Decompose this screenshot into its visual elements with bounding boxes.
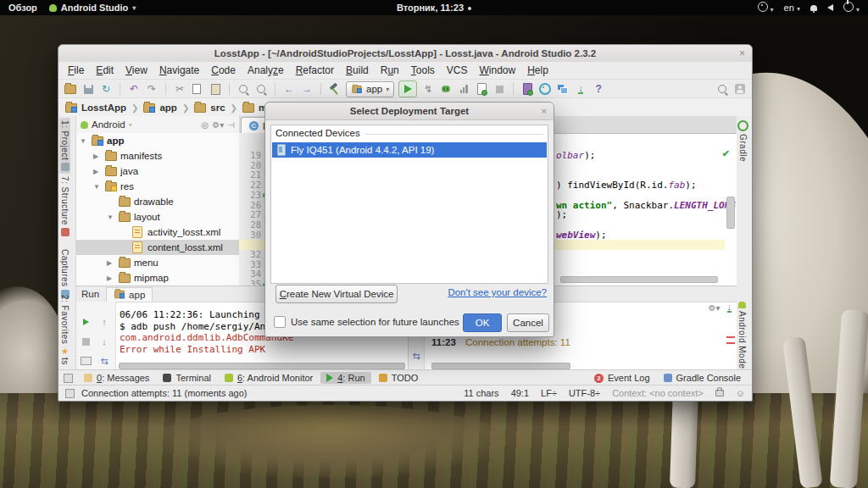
toolwindow-tab-gradle-console[interactable]: Gradle Console xyxy=(658,372,747,384)
tree-item-content_losst-xml[interactable]: content_losst.xml xyxy=(76,240,239,255)
lock-icon[interactable] xyxy=(715,390,724,396)
menu-navigate[interactable]: Navigate xyxy=(153,63,205,78)
sdk-manager-icon[interactable] xyxy=(520,82,534,96)
toolwindow-tab-terminal[interactable]: Terminal xyxy=(157,372,217,384)
create-new-virtual-device-button[interactable]: Create New Virtual Device xyxy=(275,285,398,303)
menu-run[interactable]: Run xyxy=(375,63,405,78)
tree-expander[interactable]: ▶ xyxy=(107,274,112,282)
use-same-selection-label[interactable]: Use same selection for future launches xyxy=(291,317,459,327)
tree-item-java[interactable]: ▶java xyxy=(76,164,239,179)
sidebar-item-android-model[interactable]: Android Model xyxy=(737,299,748,374)
tree-item-layout[interactable]: ▼layout xyxy=(76,209,239,225)
paste-icon[interactable] xyxy=(209,82,222,96)
status-caret-position[interactable]: 49:1 xyxy=(511,388,529,398)
menu-window[interactable]: Window xyxy=(473,63,521,78)
rerun-icon[interactable] xyxy=(80,317,92,327)
toolwindow-tab-6-android-monitor[interactable]: 6: Android Monitor xyxy=(219,372,319,384)
sidebar-item-ts[interactable]: ts xyxy=(59,355,70,368)
tree-item-drawable[interactable]: drawable xyxy=(76,194,239,209)
open-icon[interactable] xyxy=(64,82,77,96)
tree-expander[interactable]: ▶ xyxy=(107,259,112,267)
status-encoding[interactable]: UTF-8÷ xyxy=(569,388,600,398)
stop-icon[interactable] xyxy=(80,336,92,347)
accessibility-menu[interactable]: ▾ xyxy=(758,2,774,14)
dialog-titlebar[interactable]: Select Deployment Target × xyxy=(265,103,554,120)
tree-item-manifests[interactable]: ▶manifests xyxy=(76,148,239,164)
status-icon[interactable] xyxy=(65,389,75,398)
run-configuration-combo[interactable]: app▾ xyxy=(346,81,394,97)
breadcrumb-src[interactable]: src xyxy=(194,103,225,113)
menu-refactor[interactable]: Refactor xyxy=(290,63,340,78)
menu-vcs[interactable]: VCS xyxy=(441,63,474,78)
forward-icon[interactable]: → xyxy=(300,82,314,96)
target-icon[interactable]: ◎ xyxy=(202,120,209,130)
console-horizontal-scrollbar[interactable] xyxy=(119,363,405,369)
breadcrumb-app[interactable]: app xyxy=(143,103,176,113)
save-icon[interactable] xyxy=(81,82,95,96)
sidebar-item-2-favorites[interactable]: 2: Favorites★ xyxy=(59,292,70,358)
menu-view[interactable]: View xyxy=(120,63,153,78)
app-menu-button[interactable]: Android Studio ▾ xyxy=(49,3,136,13)
toolwindow-tab-todo[interactable]: TODO xyxy=(373,372,425,384)
device-manager-icon[interactable] xyxy=(556,82,570,96)
tree-expander[interactable]: ▼ xyxy=(80,137,86,145)
scroll-up-icon[interactable]: ↑ xyxy=(98,317,110,327)
tree-item-mipmap[interactable]: ▶mipmap xyxy=(76,270,239,286)
copy-icon[interactable] xyxy=(191,82,204,96)
profile-icon[interactable] xyxy=(457,82,470,96)
pin-icon[interactable]: ⊣ xyxy=(227,120,235,130)
dock-icon[interactable]: ↓ xyxy=(727,303,732,313)
run-button[interactable] xyxy=(398,80,417,97)
keyboard-layout-menu[interactable]: en ▾ xyxy=(784,3,800,13)
help-icon[interactable]: ? xyxy=(592,82,605,96)
status-message[interactable]: Connection attempts: 11 (moments ago) xyxy=(81,388,247,398)
avatar-icon[interactable] xyxy=(733,82,747,96)
cancel-button[interactable]: Cancel xyxy=(507,313,549,332)
menu-file[interactable]: File xyxy=(62,63,90,78)
menu-edit[interactable]: Edit xyxy=(90,63,120,78)
tree-expander[interactable]: ▶ xyxy=(93,168,98,175)
menu-tools[interactable]: Tools xyxy=(405,63,441,78)
breadcrumb-losstapp[interactable]: LosstApp xyxy=(65,103,126,113)
gear-icon[interactable]: ⚙▾ xyxy=(709,303,721,313)
toolwindow-tab-4-run[interactable]: 4: Run xyxy=(320,372,370,384)
back-icon[interactable]: ← xyxy=(282,82,296,96)
eventlog-horizontal-scrollbar[interactable] xyxy=(431,363,570,369)
activities-button[interactable]: Обзор xyxy=(8,3,37,13)
project-view-selector[interactable]: Android xyxy=(92,119,125,130)
tree-item-app[interactable]: ▼app xyxy=(76,133,239,148)
tree-item-activity_losst-xml[interactable]: activity_losst.xml xyxy=(76,225,239,240)
soft-wrap-icon[interactable]: ⇆ xyxy=(410,351,422,361)
sidebar-item-7-structure[interactable]: 7: Structure xyxy=(59,174,70,239)
editor-horizontal-scrollbar[interactable] xyxy=(560,276,718,283)
dont-see-device-link[interactable]: Don't see your device? xyxy=(448,287,547,297)
toolwindow-tab-event-log[interactable]: 2Event Log xyxy=(588,372,656,384)
sync-icon[interactable]: ↻ xyxy=(99,82,113,96)
menu-analyze[interactable]: Analyze xyxy=(242,63,290,78)
toolwindow-tab-0-messages[interactable]: 0: Messages xyxy=(78,372,155,384)
window-close-button[interactable]: × xyxy=(739,47,745,59)
tree-expander[interactable]: ▼ xyxy=(107,214,114,221)
window-titlebar[interactable]: LosstApp - [~/AndroidStudioProjects/Loss… xyxy=(58,45,752,63)
volume-icon[interactable] xyxy=(827,4,833,11)
gear-icon[interactable]: ⚙▾ xyxy=(212,120,224,130)
stop-icon[interactable] xyxy=(492,82,506,96)
debug-icon[interactable] xyxy=(439,82,453,96)
undo-icon[interactable]: ↶ xyxy=(127,82,141,96)
replace-icon[interactable] xyxy=(254,82,268,96)
redo-icon[interactable]: ↷ xyxy=(145,82,159,96)
inspection-status-icon[interactable]: ✔ xyxy=(722,148,730,159)
apply-changes-icon[interactable]: ↯ xyxy=(421,82,435,96)
sidebar-item-gradle[interactable]: Gradle xyxy=(737,118,749,164)
tree-expander[interactable]: ▶ xyxy=(93,152,98,160)
device-list-item-selected[interactable]: Fly IQ451 (Android 4.4.2, API 19) xyxy=(272,142,547,158)
bell-icon[interactable] xyxy=(810,5,817,11)
menu-code[interactable]: Code xyxy=(205,63,242,78)
inspections-profile-icon[interactable]: ☺ xyxy=(736,388,745,398)
ok-button[interactable]: OK xyxy=(463,313,502,332)
sync-gradle-icon[interactable] xyxy=(538,82,552,96)
tool-window-switcher-icon[interactable] xyxy=(64,374,73,383)
editor-vertical-scrollbar[interactable] xyxy=(726,197,735,229)
search-icon[interactable] xyxy=(715,82,729,96)
scroll-down-icon[interactable]: ↓ xyxy=(98,336,110,347)
